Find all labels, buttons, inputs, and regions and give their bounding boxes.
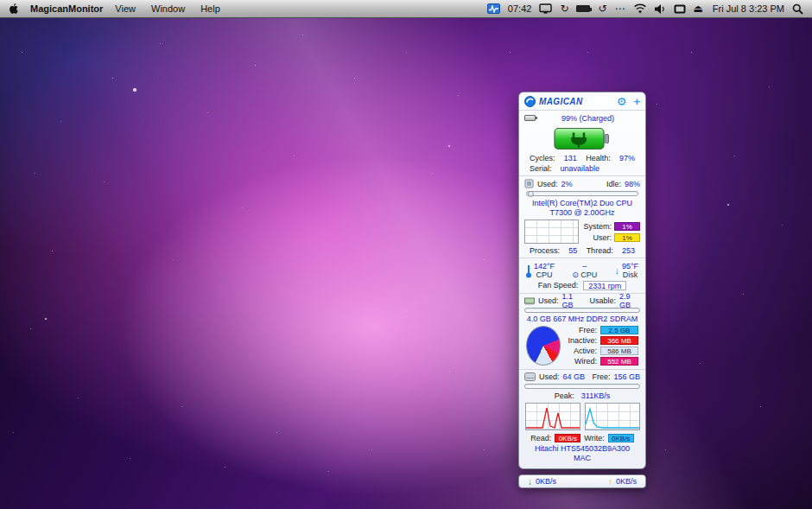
cpu-used-value: 2% bbox=[561, 180, 573, 188]
cpu-model-line1: Intel(R) Core(TM)2 Duo CPU bbox=[519, 199, 645, 208]
disk-usage-bar bbox=[524, 384, 640, 389]
battery-status: 99% (Charged) bbox=[536, 114, 640, 123]
cycles-value: 131 bbox=[564, 154, 577, 162]
display-icon[interactable] bbox=[539, 3, 552, 14]
disk-section: Used: 64 GB Free: 156 GB Peak: 311KB/s R… bbox=[519, 369, 645, 465]
mem-free-label: Free: bbox=[579, 326, 597, 334]
gpu-temp-row: ⊙ CPU bbox=[572, 270, 597, 279]
apple-menu[interactable] bbox=[9, 3, 20, 15]
sync-icon[interactable]: ↻ bbox=[560, 3, 568, 14]
cpu-temp-label: CPU bbox=[536, 270, 553, 279]
menu-bar: MagicanMonitor View Window Help 07:42 ↻ … bbox=[0, 0, 812, 18]
mem-used-label: Used: bbox=[538, 296, 559, 305]
mem-free-badge: 2.5 GB bbox=[600, 326, 638, 334]
time-machine-icon[interactable]: ↺ bbox=[598, 3, 606, 14]
fan-speed-value: 2331 rpm bbox=[583, 281, 626, 290]
disk-free-value: 156 GB bbox=[613, 372, 640, 381]
disk-temp-label: Disk bbox=[623, 270, 638, 279]
volume-icon[interactable] bbox=[655, 4, 666, 14]
disk-volume-name: MAC bbox=[519, 454, 645, 463]
disk-temp-arrow-icon: ↓ bbox=[614, 265, 619, 276]
mem-inactive-badge: 366 MB bbox=[600, 336, 638, 345]
activity-monitor-icon[interactable] bbox=[487, 3, 500, 14]
wifi-icon[interactable] bbox=[633, 3, 647, 14]
cpu-history-graph bbox=[524, 220, 579, 244]
spotlight-icon[interactable] bbox=[792, 3, 803, 15]
temperature-section: 142°F CPU – ⊙ CPU ↓ 95°F Disk Fan Speed: bbox=[519, 258, 645, 293]
menu-clock[interactable]: Fri Jul 8 3:23 PM bbox=[713, 3, 784, 14]
add-widget-icon[interactable]: + bbox=[633, 96, 640, 107]
disk-read-graph bbox=[525, 403, 580, 430]
cpu-temp-value: 142°F bbox=[534, 262, 555, 270]
mem-active-label: Active: bbox=[574, 347, 597, 355]
gpu-temp-value: – bbox=[582, 262, 587, 270]
network-speed-bar[interactable]: ↓ 0KB/s ↑ 0KB/s bbox=[518, 474, 646, 488]
download-speed: 0KB/s bbox=[536, 477, 556, 486]
disk-model: Hitachi HTS545032B9A300 bbox=[519, 444, 645, 454]
menu-window[interactable]: Window bbox=[151, 3, 185, 14]
health-label: Health: bbox=[586, 154, 611, 162]
menu-help[interactable]: Help bbox=[200, 3, 220, 14]
menu-app-name[interactable]: MagicanMonitor bbox=[30, 3, 103, 14]
serial-label: Serial: bbox=[530, 164, 552, 173]
desktop-wallpaper bbox=[0, 0, 812, 509]
mem-usable-label: Usable: bbox=[590, 296, 617, 305]
mem-wired-label: Wired: bbox=[574, 357, 597, 366]
disk-write-graph bbox=[585, 403, 640, 430]
peak-value: 311KB/s bbox=[581, 391, 610, 400]
battery-graphic bbox=[519, 124, 645, 153]
mem-active-badge: 586 MB bbox=[600, 347, 638, 355]
battery-section: 99% (Charged) Cycles: 131 Health: 97% Se… bbox=[519, 110, 645, 175]
fan-glyph-icon: ⊙ bbox=[572, 270, 579, 279]
cpu-usage-slider[interactable] bbox=[526, 191, 638, 196]
uptime-clock-label[interactable]: 07:42 bbox=[508, 3, 532, 14]
disk-used-label: Used: bbox=[539, 372, 560, 381]
download-arrow-icon: ↓ bbox=[528, 477, 532, 487]
write-speed-badge: 0KB/s bbox=[608, 434, 634, 442]
settings-gear-icon[interactable]: ⚙ bbox=[617, 96, 627, 107]
cpu-usage-thumb[interactable] bbox=[528, 191, 534, 197]
process-label: Process: bbox=[530, 246, 560, 255]
cpu-section: Used: 2% Idle: 98% Intel(R) Core(TM)2 Du… bbox=[519, 175, 645, 258]
cpu-small-icon bbox=[524, 179, 534, 188]
thread-label: Thread: bbox=[587, 246, 613, 255]
cycles-label: Cycles: bbox=[530, 154, 555, 162]
peak-label: Peak: bbox=[555, 391, 574, 400]
disk-temp-value: 95°F bbox=[622, 262, 638, 270]
more-status-icon[interactable]: ⋯ bbox=[615, 3, 625, 14]
read-speed-badge: 0KB/s bbox=[555, 434, 580, 442]
magican-logo-icon bbox=[524, 96, 536, 107]
health-value: 97% bbox=[619, 154, 635, 162]
widget-title: MAGICAN bbox=[539, 97, 583, 106]
memory-usage-bar bbox=[524, 308, 640, 313]
eject-icon[interactable]: ⏏ bbox=[694, 3, 703, 14]
write-label: Write: bbox=[584, 434, 604, 442]
mem-inactive-label: Inactive: bbox=[568, 336, 597, 345]
system-usage-badge: 1% bbox=[614, 222, 640, 231]
upload-speed: 0KB/s bbox=[616, 477, 637, 486]
apple-icon bbox=[9, 3, 20, 15]
widget-header: MAGICAN ⚙ + bbox=[519, 92, 645, 110]
cpu-thermometer-icon bbox=[526, 264, 531, 278]
upload-arrow-icon: ↑ bbox=[608, 477, 612, 487]
memory-pie-chart bbox=[526, 326, 561, 366]
disk-free-label: Free: bbox=[592, 372, 610, 381]
disk-used-value: 64 GB bbox=[563, 372, 586, 381]
serial-value: unavailable bbox=[561, 164, 600, 173]
battery-menu-icon[interactable] bbox=[576, 5, 590, 12]
menu-view[interactable]: View bbox=[115, 3, 136, 14]
read-label: Read: bbox=[530, 434, 551, 442]
user-label: User: bbox=[593, 233, 612, 242]
battery-small-icon bbox=[524, 115, 536, 121]
cpu-idle-label: Idle: bbox=[606, 180, 621, 188]
memory-section: Used: 1.1 GB Usable: 2.9 GB 4.0 GB 667 M… bbox=[519, 293, 645, 369]
user-usage-badge: 1% bbox=[614, 233, 640, 242]
fan-speed-label: Fan Speed: bbox=[538, 281, 579, 289]
mem-usable-value: 2.9 GB bbox=[619, 292, 640, 309]
menu-bar-status-area: 07:42 ↻ ↺ ⋯ ⏏ Fri Jul 8 3:23 PM bbox=[487, 3, 803, 15]
disk-icon bbox=[524, 372, 536, 381]
process-count: 55 bbox=[568, 246, 577, 255]
keyboard-input-icon[interactable] bbox=[674, 4, 686, 14]
gpu-temp-label: CPU bbox=[580, 270, 597, 279]
cpu-used-label: Used: bbox=[537, 180, 558, 188]
